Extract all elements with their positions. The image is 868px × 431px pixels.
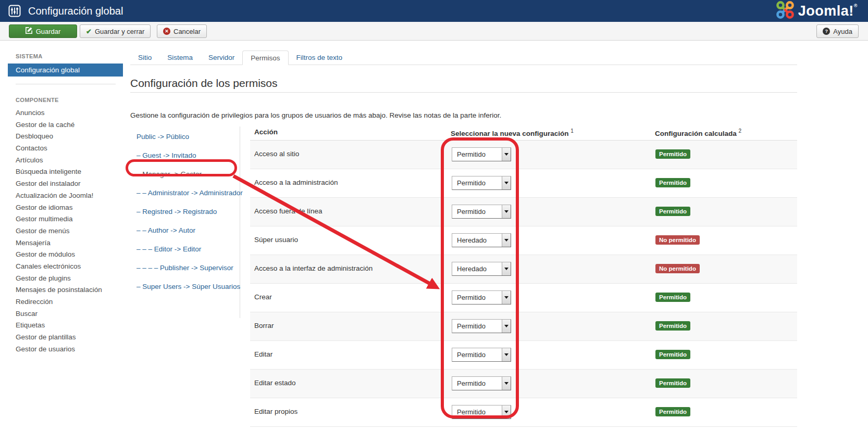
- sidebar-item[interactable]: Gestor del instalador: [0, 178, 123, 190]
- sidebar-item[interactable]: Desbloqueo: [0, 131, 123, 143]
- permission-select-value: Heredado: [457, 234, 487, 247]
- table-row: Acceso a la interfaz de administración H…: [250, 255, 797, 284]
- sidebar-item[interactable]: Mensajes de posinstalación: [0, 284, 123, 296]
- table-row: Borrar Permitido Permitido: [250, 312, 797, 341]
- permissions-description: Gestione la configuración de privilegios…: [130, 111, 501, 119]
- title-bar: Configuración global Joomla!®: [0, 0, 868, 22]
- chevron-down-icon: [502, 234, 511, 247]
- calculated-status-badge: Permitido: [655, 378, 690, 388]
- sidebar-item[interactable]: Búsqueda inteligente: [0, 166, 123, 178]
- action-label: Editar estado: [254, 379, 296, 387]
- sidebar-item[interactable]: Gestor de módulos: [0, 249, 123, 261]
- joomla-wordmark: Joomla!®: [798, 3, 858, 19]
- action-label: Editar: [254, 350, 272, 358]
- table-body: Acceso al sitio Permitido Permitido Acce…: [250, 141, 797, 427]
- sidebar-item[interactable]: Gestor de plugins: [0, 273, 123, 285]
- user-group-link[interactable]: – Guest -> Invitado: [137, 150, 240, 161]
- sidebar-item[interactable]: Actualización de Joomla!: [0, 190, 123, 202]
- sliders-icon: [8, 5, 21, 19]
- permission-select-value: Permitido: [457, 405, 486, 419]
- user-group-link[interactable]: – Registred -> Registrado: [137, 207, 240, 217]
- action-label: Acceso al sitio: [254, 150, 299, 158]
- sidebar-item[interactable]: Artículos: [0, 155, 123, 167]
- permission-select[interactable]: Permitido: [452, 205, 511, 219]
- sidebar-item[interactable]: Buscar: [0, 308, 123, 320]
- permission-select[interactable]: Heredado: [452, 233, 511, 247]
- table-row: Acceso al sitio Permitido Permitido: [250, 141, 797, 169]
- sidebar-item[interactable]: Gestor de menús: [0, 225, 123, 237]
- sidebar-item[interactable]: Gestor multimedia: [0, 213, 123, 225]
- sidebar-item[interactable]: Gestor de usuarios: [0, 344, 123, 356]
- user-group-link[interactable]: – Manager -> Gestor: [137, 169, 240, 180]
- sidebar-item[interactable]: Canales electrónicos: [0, 261, 123, 273]
- sidebar-item[interactable]: Mensajería: [0, 237, 123, 249]
- heading-divider: [130, 92, 797, 93]
- save-button[interactable]: Guardar: [9, 24, 77, 38]
- joomla-logo-icon: [775, 0, 795, 22]
- tab[interactable]: Sitio: [130, 50, 159, 65]
- cancel-icon: ✕: [163, 28, 170, 35]
- chevron-down-icon: [502, 377, 511, 390]
- tab[interactable]: Sistema: [159, 50, 201, 65]
- chevron-down-icon: [502, 291, 511, 304]
- tab[interactable]: Filtros de texto: [289, 50, 351, 65]
- table-row: Crear Permitido Permitido: [250, 284, 797, 312]
- sidebar-item[interactable]: Redirección: [0, 296, 123, 308]
- action-label: Acceso fuera de línea: [254, 207, 323, 215]
- permission-select-value: Heredado: [457, 262, 487, 275]
- tab-bar: Sitio Sistema Servidor Permisos Filtros …: [130, 50, 797, 65]
- sidebar-divider: [16, 84, 116, 84]
- chevron-down-icon: [502, 320, 511, 333]
- calculated-status-badge: Permitido: [655, 321, 690, 331]
- user-group-link[interactable]: Public -> Público: [137, 132, 240, 142]
- action-label: Acceso a la administración: [254, 179, 338, 186]
- permissions-table: Acción Seleccionar la nueva configuració…: [250, 125, 797, 427]
- permission-select[interactable]: Permitido: [452, 176, 511, 190]
- permission-select[interactable]: Permitido: [452, 376, 511, 390]
- permission-select-value: Permitido: [457, 176, 486, 189]
- permission-select[interactable]: Permitido: [452, 348, 511, 362]
- permission-select-value: Permitido: [457, 148, 486, 161]
- calculated-status-badge: Permitido: [655, 178, 690, 187]
- sidebar-item-configuracion-global[interactable]: Configuración global: [8, 64, 123, 77]
- table-row: Editar estado Permitido Permitido: [250, 370, 797, 398]
- permission-select-value: Permitido: [457, 205, 486, 218]
- chevron-down-icon: [502, 176, 511, 189]
- permission-select-value: Permitido: [457, 291, 486, 304]
- permission-select[interactable]: Heredado: [452, 262, 511, 276]
- sidebar-component-list: Anuncios Gestor de la caché Desbloqueo C…: [0, 107, 123, 355]
- save-close-button[interactable]: ✔ Guardar y cerrar: [80, 24, 151, 38]
- column-header-calculated: Configuración calculada 2: [655, 128, 741, 137]
- calculated-status-badge: No permitido: [655, 264, 700, 273]
- cancel-button[interactable]: ✕ Cancelar: [157, 24, 207, 38]
- pencil-square-icon: [26, 27, 32, 35]
- sidebar-item[interactable]: Gestor de la caché: [0, 119, 123, 131]
- sidebar-item[interactable]: Anuncios: [0, 107, 123, 119]
- help-icon: ?: [823, 28, 830, 35]
- permission-select[interactable]: Permitido: [452, 290, 511, 305]
- permission-select[interactable]: Permitido: [452, 319, 511, 333]
- user-group-link[interactable]: – Super Users -> Súper Usuarios: [137, 282, 240, 292]
- user-group-link[interactable]: – – – – Publisher -> Supervisor: [137, 263, 240, 273]
- check-icon: ✔: [86, 28, 92, 35]
- sidebar-item[interactable]: Etiquetas: [0, 320, 123, 332]
- action-label: Crear: [254, 293, 272, 301]
- permission-select[interactable]: Permitido: [452, 405, 511, 419]
- chevron-down-icon: [502, 262, 511, 275]
- tab[interactable]: Servidor: [201, 50, 242, 65]
- user-group-link[interactable]: – – – Editor -> Editor: [137, 244, 240, 255]
- action-label: Borrar: [254, 322, 274, 329]
- toolbar: Guardar ✔ Guardar y cerrar ✕ Cancelar ? …: [0, 22, 868, 41]
- user-group-link[interactable]: – – Administrator -> Administrador: [137, 188, 240, 198]
- permission-select[interactable]: Permitido: [452, 147, 511, 161]
- table-row: Súper usuario Heredado No permitido: [250, 226, 797, 255]
- table-row: Acceso a la administración Permitido Per…: [250, 169, 797, 198]
- sidebar-item[interactable]: Contactos: [0, 143, 123, 155]
- tab[interactable]: Permisos: [242, 50, 288, 65]
- sidebar-item[interactable]: Gestor de idiomas: [0, 202, 123, 214]
- calculated-status-badge: Permitido: [655, 407, 690, 416]
- help-button[interactable]: ? Ayuda: [816, 24, 859, 38]
- sidebar-item[interactable]: Gestor de plantillas: [0, 332, 123, 344]
- sidebar-section-component: COMPONENTE: [16, 97, 123, 103]
- user-group-link[interactable]: – – Author -> Autor: [137, 225, 240, 236]
